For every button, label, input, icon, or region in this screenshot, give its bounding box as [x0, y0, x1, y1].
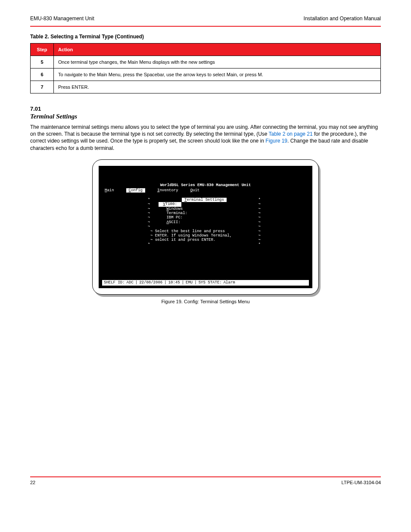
- header-divider: [30, 26, 381, 27]
- cell-step: 5: [31, 56, 54, 68]
- table-title: Table 2. Selecting a Terminal Type (Cont…: [30, 34, 381, 40]
- footer-divider: [30, 476, 381, 477]
- menu-item-main[interactable]: Main: [105, 188, 114, 193]
- terminal-option[interactable]: VT100:: [159, 202, 181, 206]
- section-title: Terminal Settings: [30, 113, 381, 120]
- col-step: Step: [31, 44, 54, 56]
- status-state-label: SYS STATE:: [199, 280, 222, 285]
- terminal-option[interactable]: ASCII:: [150, 220, 258, 224]
- status-shelf-value: ADC: [127, 280, 134, 285]
- page-header: EMU-830 Management Unit Installation and…: [30, 16, 381, 27]
- section-body: The maintenance terminal settings menu a…: [30, 124, 381, 152]
- menu-item-config[interactable]: Config: [126, 188, 145, 193]
- table-row: 7Press ENTER.: [31, 81, 381, 93]
- status-state-value: Alarm: [224, 280, 235, 285]
- dialog-title: Terminal Settings: [182, 198, 227, 202]
- procedure-table: Step Action 5Once terminal type changes,…: [30, 43, 381, 93]
- terminal-title: WorldDSL Series EMU-830 Management Unit: [99, 183, 312, 187]
- status-shelf-label: SHELF ID:: [104, 280, 125, 285]
- table-row: 6To navigate to the Main Menu, press the…: [31, 68, 381, 81]
- cell-step: 7: [31, 81, 54, 93]
- dialog-help-line: ~ Select the best line and press~: [148, 229, 261, 233]
- terminal-dialog: ** Terminal Settings ~VT100:~~Windows~~T…: [148, 198, 261, 247]
- terminal-option[interactable]: Terminal:: [150, 211, 258, 215]
- status-mode: EMU: [186, 280, 193, 285]
- menu-item-quit[interactable]: Quit: [190, 188, 200, 193]
- status-time: 10:45: [168, 280, 180, 285]
- terminal-option[interactable]: IBM PC:: [150, 215, 258, 220]
- header-left: EMU-830 Management Unit: [30, 16, 94, 22]
- terminal-screenshot: WorldDSL Series EMU-830 Management Unit …: [92, 159, 319, 295]
- figure-caption: Figure 19. Config: Terminal Settings Men…: [30, 299, 381, 304]
- dialog-help-line: ~ ENTER. If using Windows Terminal,~: [148, 233, 261, 238]
- menu-item-inventory[interactable]: Inventory: [157, 188, 178, 193]
- dialog-help-line: ~ select it and press ENTER.~: [148, 238, 261, 242]
- page-number: 22: [30, 480, 35, 485]
- terminal-menubar: MainConfigInventoryQuit: [105, 188, 199, 193]
- doc-id: LTPE-UM-3104-04: [342, 480, 381, 485]
- status-date: 22/08/2006: [139, 280, 162, 285]
- cell-step: 6: [31, 68, 54, 81]
- table-row: 5Once terminal type changes, the Main Me…: [31, 56, 381, 68]
- terminal-option[interactable]: Windows: [150, 207, 258, 211]
- col-action: Action: [54, 44, 381, 56]
- cell-action: Once terminal type changes, the Main Men…: [54, 56, 381, 68]
- cell-action: Press ENTER.: [54, 81, 381, 93]
- header-right: Installation and Operation Manual: [304, 16, 381, 22]
- cell-action: To navigate to the Main Menu, press the …: [54, 68, 381, 81]
- section-number: 7.01: [30, 106, 381, 112]
- page-footer: 22 LTPE-UM-3104-04: [30, 476, 381, 485]
- terminal-status-bar: SHELF ID: ADC | 22/08/2006 | 10:45 | EMU…: [102, 280, 309, 285]
